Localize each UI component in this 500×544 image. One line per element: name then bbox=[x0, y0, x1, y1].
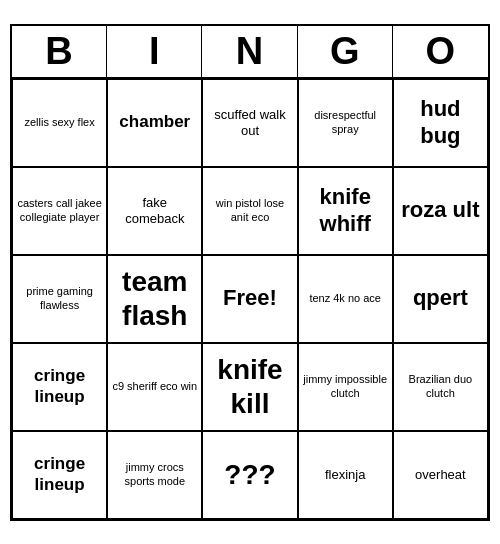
bingo-cell-9: roza ult bbox=[393, 167, 488, 255]
bingo-cell-11: team flash bbox=[107, 255, 202, 343]
bingo-cell-19: Brazilian duo clutch bbox=[393, 343, 488, 431]
bingo-cell-6: fake comeback bbox=[107, 167, 202, 255]
bingo-cell-14: qpert bbox=[393, 255, 488, 343]
bingo-cell-23: flexinja bbox=[298, 431, 393, 519]
bingo-cell-18: jimmy impossible clutch bbox=[298, 343, 393, 431]
bingo-cell-12: Free! bbox=[202, 255, 297, 343]
bingo-cell-3: disrespectful spray bbox=[298, 79, 393, 167]
bingo-cell-0: zellis sexy flex bbox=[12, 79, 107, 167]
bingo-grid: zellis sexy flexchamberscuffed walk outd… bbox=[12, 79, 488, 519]
bingo-cell-15: cringe lineup bbox=[12, 343, 107, 431]
bingo-cell-20: cringe lineup bbox=[12, 431, 107, 519]
bingo-letter-b: B bbox=[12, 26, 107, 77]
bingo-card: BINGO zellis sexy flexchamberscuffed wal… bbox=[10, 24, 490, 521]
bingo-letter-n: N bbox=[202, 26, 297, 77]
bingo-cell-10: prime gaming flawless bbox=[12, 255, 107, 343]
bingo-letter-i: I bbox=[107, 26, 202, 77]
bingo-cell-16: c9 sheriff eco win bbox=[107, 343, 202, 431]
bingo-cell-4: hud bug bbox=[393, 79, 488, 167]
bingo-letter-g: G bbox=[298, 26, 393, 77]
bingo-cell-7: win pistol lose anit eco bbox=[202, 167, 297, 255]
bingo-letter-o: O bbox=[393, 26, 488, 77]
bingo-cell-5: casters call jakee collegiate player bbox=[12, 167, 107, 255]
bingo-cell-21: jimmy crocs sports mode bbox=[107, 431, 202, 519]
bingo-cell-1: chamber bbox=[107, 79, 202, 167]
bingo-cell-2: scuffed walk out bbox=[202, 79, 297, 167]
bingo-cell-22: ??? bbox=[202, 431, 297, 519]
bingo-header: BINGO bbox=[12, 26, 488, 79]
bingo-cell-24: overheat bbox=[393, 431, 488, 519]
bingo-cell-8: knife whiff bbox=[298, 167, 393, 255]
bingo-cell-17: knife kill bbox=[202, 343, 297, 431]
bingo-cell-13: tenz 4k no ace bbox=[298, 255, 393, 343]
